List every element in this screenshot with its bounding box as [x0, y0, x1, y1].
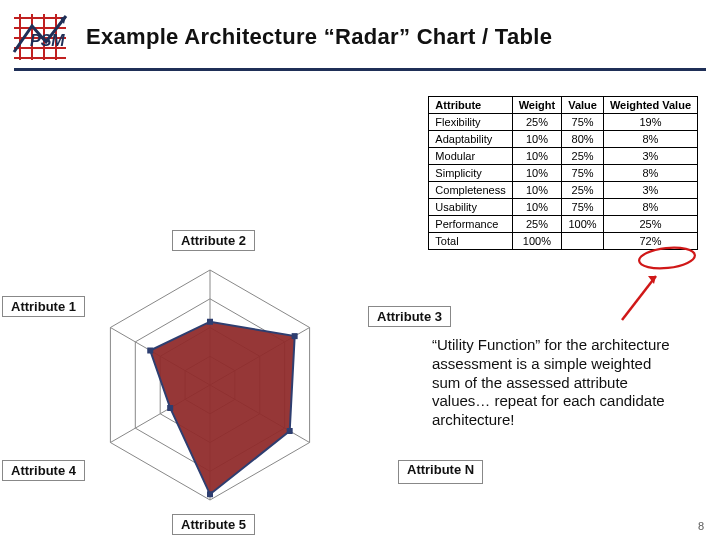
svg-line-28 — [622, 276, 656, 320]
table-row: Usability10%75%8% — [429, 199, 698, 216]
cell-wvalue: 3% — [603, 148, 697, 165]
cell-wvalue: 25% — [603, 216, 697, 233]
axis-label-4: Attribute 4 — [2, 460, 85, 481]
cell-attr: Total — [429, 233, 512, 250]
cell-wvalue: 8% — [603, 131, 697, 148]
cell-attr: Modular — [429, 148, 512, 165]
cell-weight: 25% — [512, 216, 561, 233]
table-row: Performance25%100%25% — [429, 216, 698, 233]
svg-rect-21 — [147, 348, 153, 354]
cell-value: 25% — [562, 182, 604, 199]
table-row: Modular10%25%3% — [429, 148, 698, 165]
cell-wvalue: 8% — [603, 199, 697, 216]
page-title: Example Architecture “Radar” Chart / Tab… — [86, 24, 552, 50]
cell-value: 80% — [562, 131, 604, 148]
table-header-row: Attribute Weight Value Weighted Value — [429, 97, 698, 114]
cell-weight: 10% — [512, 182, 561, 199]
cell-weight: 10% — [512, 131, 561, 148]
title-bar: PSM Example Architecture “Radar” Chart /… — [10, 12, 710, 64]
col-weight: Weight — [512, 97, 561, 114]
cell-value: 75% — [562, 114, 604, 131]
table-row: Simplicity10%75%8% — [429, 165, 698, 182]
svg-rect-26 — [167, 405, 173, 411]
cell-wvalue: 3% — [603, 182, 697, 199]
axis-label-3: Attribute 3 — [368, 306, 451, 327]
title-underline — [14, 68, 706, 71]
axis-label-1: Attribute 1 — [2, 296, 85, 317]
cell-attr: Adaptability — [429, 131, 512, 148]
cell-weight: 100% — [512, 233, 561, 250]
svg-marker-29 — [648, 276, 656, 284]
cell-attr: Completeness — [429, 182, 512, 199]
table-row: Completeness10%25%3% — [429, 182, 698, 199]
cell-attr: Performance — [429, 216, 512, 233]
radar-chart: Attribute 1 Attribute 2 Attribute 3 Attr… — [20, 260, 415, 530]
axis-label-5: Attribute 5 — [172, 514, 255, 535]
cell-attr: Flexibility — [429, 114, 512, 131]
svg-rect-25 — [207, 491, 213, 497]
col-wvalue: Weighted Value — [603, 97, 697, 114]
cell-value: 75% — [562, 165, 604, 182]
cell-wvalue: 19% — [603, 114, 697, 131]
psm-logo: PSM — [10, 12, 70, 60]
cell-value: 75% — [562, 199, 604, 216]
cell-wvalue: 8% — [603, 165, 697, 182]
col-attr: Attribute — [429, 97, 512, 114]
svg-rect-24 — [287, 428, 293, 434]
cell-attr: Simplicity — [429, 165, 512, 182]
cell-wvalue: 72% — [603, 233, 697, 250]
axis-label-n: Attribute N — [398, 460, 483, 484]
annotation-arrow-icon — [610, 270, 670, 330]
cell-value: 100% — [562, 216, 604, 233]
cell-weight: 10% — [512, 165, 561, 182]
cell-weight: 25% — [512, 114, 561, 131]
col-value: Value — [562, 97, 604, 114]
table-total-row: Total100%72% — [429, 233, 698, 250]
body-text: “Utility Function” for the architecture … — [432, 336, 672, 430]
cell-weight: 10% — [512, 148, 561, 165]
page-number: 8 — [698, 520, 704, 532]
svg-rect-22 — [207, 319, 213, 325]
svg-rect-23 — [292, 333, 298, 339]
radar-svg — [50, 260, 370, 520]
logo-text: PSM — [30, 32, 65, 49]
attribute-table: Attribute Weight Value Weighted Value Fl… — [428, 96, 698, 250]
axis-label-2: Attribute 2 — [172, 230, 255, 251]
table-row: Flexibility25%75%19% — [429, 114, 698, 131]
cell-value: 25% — [562, 148, 604, 165]
cell-value — [562, 233, 604, 250]
table-row: Adaptability10%80%8% — [429, 131, 698, 148]
cell-weight: 10% — [512, 199, 561, 216]
cell-attr: Usability — [429, 199, 512, 216]
